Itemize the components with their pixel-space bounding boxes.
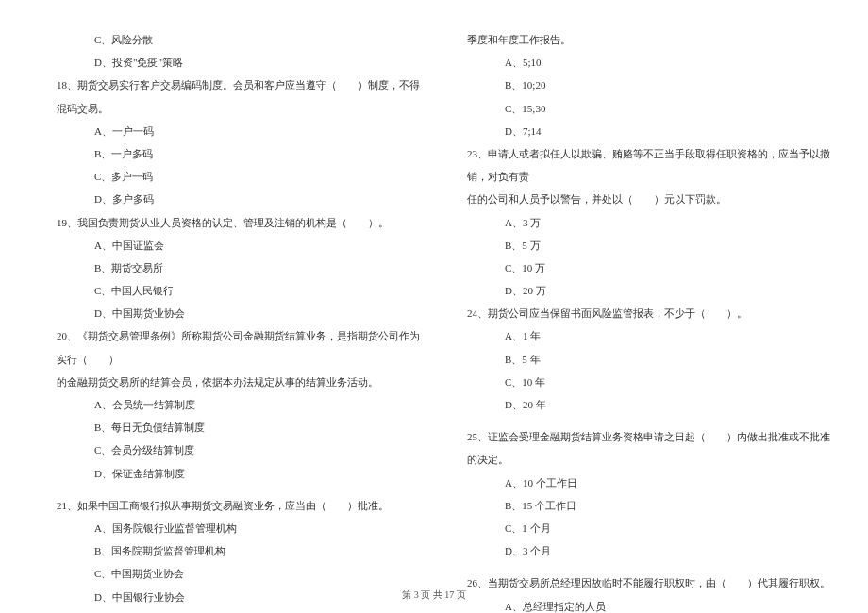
q19-text: 19、我国负责期货从业人员资格的认定、管理及注销的机构是（ ）。 bbox=[38, 211, 420, 234]
q22-text-line1: 22、宋体我国期货交易所应当向中国证监会报告的义务有：每一季度结束后（ ）日内，… bbox=[38, 608, 420, 613]
q22-option-d: D、7;14 bbox=[448, 120, 830, 142]
q20-option-a: A、会员统一结算制度 bbox=[38, 393, 420, 416]
q23-option-d: D、20 万 bbox=[448, 279, 830, 302]
q18-option-d: D、多户多码 bbox=[38, 188, 420, 210]
q25-option-b: B、15 个工作日 bbox=[448, 494, 830, 517]
q20-text-line1: 20、《期货交易管理条例》所称期货公司金融期货结算业务，是指期货公司作为实行（ … bbox=[38, 324, 420, 370]
q18-option-c: C、多户一码 bbox=[38, 165, 420, 188]
q24-option-c: C、10 年 bbox=[448, 371, 830, 393]
q17-option-c: C、风险分散 bbox=[38, 28, 420, 51]
q20-option-c: C、会员分级结算制度 bbox=[38, 439, 420, 461]
q23-option-a: A、3 万 bbox=[448, 211, 830, 234]
q19-option-d: D、中国期货业协会 bbox=[38, 302, 420, 324]
spacer bbox=[448, 562, 830, 572]
q25-option-a: A、10 个工作日 bbox=[448, 472, 830, 494]
q24-option-b: B、5 年 bbox=[448, 348, 830, 371]
q21-option-c: C、中国期货业协会 bbox=[38, 562, 420, 585]
q24-option-a: A、1 年 bbox=[448, 324, 830, 347]
q18-text: 18、期货交易实行客户交易编码制度。会员和客户应当遵守（ ）制度，不得混码交易。 bbox=[38, 74, 420, 119]
left-column: C、风险分散 D、投资"免疫"策略 18、期货交易实行客户交易编码制度。会员和客… bbox=[38, 28, 434, 538]
page-container: C、风险分散 D、投资"免疫"策略 18、期货交易实行客户交易编码制度。会员和客… bbox=[0, 0, 868, 575]
q25-option-c: C、1 个月 bbox=[448, 517, 830, 539]
q21-option-b: B、国务院期货监督管理机构 bbox=[38, 539, 420, 562]
q22-option-b: B、10;20 bbox=[448, 74, 830, 96]
q19-option-a: A、中国证监会 bbox=[38, 234, 420, 257]
right-column: 季度和年度工作报告。 A、5;10 B、10;20 C、15;30 D、7;14… bbox=[434, 28, 830, 538]
q22-option-a: A、5;10 bbox=[448, 51, 830, 74]
q25-text: 25、证监会受理金融期货结算业务资格申请之日起（ ）内做出批准或不批准的决定。 bbox=[448, 425, 830, 471]
q23-option-c: C、10 万 bbox=[448, 257, 830, 279]
page-footer: 第 3 页 共 17 页 bbox=[0, 588, 868, 602]
q23-text-line2: 任的公司和人员予以警告，并处以（ ）元以下罚款。 bbox=[448, 188, 830, 210]
q20-option-b: B、每日无负债结算制度 bbox=[38, 416, 420, 439]
q25-option-d: D、3 个月 bbox=[448, 539, 830, 562]
q19-option-b: B、期货交易所 bbox=[38, 257, 420, 279]
q21-option-a: A、国务院银行业监督管理机构 bbox=[38, 517, 420, 539]
q23-text-line1: 23、申请人或者拟任人以欺骗、贿赂等不正当手段取得任职资格的，应当予以撤销，对负… bbox=[448, 142, 830, 188]
q21-text: 21、如果中国工商银行拟从事期货交易融资业务，应当由（ ）批准。 bbox=[38, 494, 420, 517]
q24-text: 24、期货公司应当保留书面风险监管报表，不少于（ ）。 bbox=[448, 302, 830, 324]
spacer bbox=[38, 485, 420, 494]
q20-option-d: D、保证金结算制度 bbox=[38, 462, 420, 485]
q22-option-c: C、15;30 bbox=[448, 97, 830, 120]
spacer bbox=[448, 416, 830, 425]
q18-option-a: A、一户一码 bbox=[38, 120, 420, 142]
q24-option-d: D、20 年 bbox=[448, 393, 830, 416]
q22-continuation: 季度和年度工作报告。 bbox=[448, 28, 830, 51]
q17-option-d: D、投资"免疫"策略 bbox=[38, 51, 420, 74]
q19-option-c: C、中国人民银行 bbox=[38, 279, 420, 302]
q20-text-line2: 的金融期货交易所的结算会员，依据本办法规定从事的结算业务活动。 bbox=[38, 371, 420, 393]
q18-option-b: B、一户多码 bbox=[38, 142, 420, 165]
q23-option-b: B、5 万 bbox=[448, 234, 830, 257]
